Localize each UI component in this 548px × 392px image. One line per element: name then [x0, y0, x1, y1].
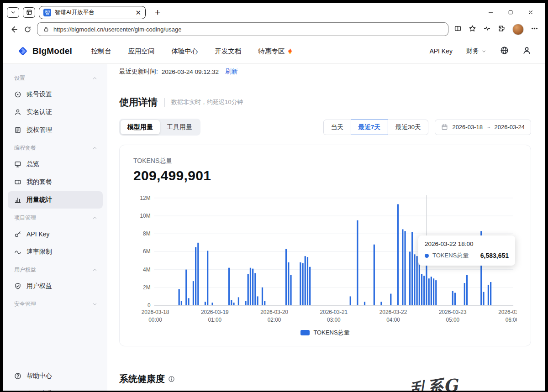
- tab-title: 智谱AI开放平台: [55, 9, 132, 16]
- svg-text:2026-03-2305:00: 2026-03-2305:00: [439, 309, 467, 323]
- site-favicon: 智: [43, 9, 51, 16]
- svg-text:10M: 10M: [140, 213, 151, 219]
- tokens-total-label: TOKENS总量: [133, 157, 517, 165]
- svg-text:2026-03-2204:00: 2026-03-2204:00: [379, 309, 407, 323]
- favorite-button[interactable]: [469, 25, 476, 34]
- overview-icon: [14, 161, 21, 168]
- split-screen-button[interactable]: [454, 25, 462, 34]
- globe-icon: [500, 46, 509, 55]
- identity-icon: [14, 109, 21, 116]
- authorization-icon: [14, 126, 21, 134]
- svg-text:4M: 4M: [143, 267, 150, 273]
- settings-menu-button[interactable]: [531, 25, 538, 34]
- chart-area[interactable]: 02M4M6M8M10M12M2026-03-1800:002026-03-19…: [133, 192, 517, 327]
- sidebar-item-my-plan[interactable]: 我的套餐: [8, 173, 103, 191]
- benefits-shield-icon: [14, 282, 21, 290]
- date-range-picker[interactable]: 2026-03-18 ~ 2026-03-24: [435, 120, 531, 135]
- browser-window: 智 智谱AI开放平台 ✕ + https://bigmodel.cn/userc…: [3, 3, 545, 391]
- sidebar-item-help-center[interactable]: 帮助中心: [8, 367, 103, 385]
- site-header: BigModel 控制台 应用空间 体验中心 开发文档 特惠专区 API Key…: [3, 39, 545, 64]
- brand-logo[interactable]: BigModel: [17, 45, 72, 57]
- nav-promotions[interactable]: 特惠专区: [258, 47, 293, 56]
- user-icon: [522, 46, 531, 55]
- title-divider: [164, 98, 165, 107]
- top-navigation: 控制台 应用空间 体验中心 开发文档 特惠专区: [91, 47, 293, 56]
- heart-pulse-icon: [483, 25, 491, 32]
- flame-icon: [287, 47, 293, 55]
- svg-text:6M: 6M: [143, 248, 150, 255]
- tab-close-icon[interactable]: ✕: [135, 9, 141, 16]
- back-arrow-icon: [10, 25, 18, 34]
- sidebar-group-coding-plan[interactable]: 编程套餐: [3, 139, 107, 155]
- new-tab-button[interactable]: +: [155, 7, 160, 18]
- range-30days-button[interactable]: 最近30天: [388, 120, 429, 135]
- svg-text:12M: 12M: [140, 195, 151, 201]
- rate-wave-icon: [14, 248, 21, 256]
- sidebar-item-usage-statistics[interactable]: 用量统计: [8, 191, 103, 209]
- date-range-buttons: 当天 最近7天 最近30天: [323, 120, 429, 135]
- tab-search-button[interactable]: [7, 7, 19, 18]
- sidebar-group-settings[interactable]: 设置: [3, 69, 107, 85]
- address-bar[interactable]: https://bigmodel.cn/usercenter/glm-codin…: [37, 22, 448, 36]
- range-today-button[interactable]: 当天: [323, 120, 351, 135]
- sidebar-item-api-key[interactable]: API Key: [8, 225, 103, 243]
- browser-essentials-button[interactable]: [483, 25, 491, 34]
- tokens-total-value: 209,499,901: [133, 168, 517, 183]
- browser-titlebar: 智 智谱AI开放平台 ✕ +: [3, 3, 545, 20]
- svg-text:0: 0: [148, 302, 151, 308]
- svg-text:2026-03-2406:00: 2026-03-2406:00: [498, 309, 517, 323]
- nav-app-space[interactable]: 应用空间: [128, 47, 155, 56]
- key-icon: [14, 230, 21, 238]
- close-window-button[interactable]: [521, 6, 540, 19]
- nav-experience-center[interactable]: 体验中心: [172, 47, 198, 56]
- sidebar-group-security[interactable]: 安全管理: [3, 295, 107, 311]
- svg-text:2M: 2M: [143, 284, 150, 291]
- tooltip-series-label: TOKENS总量: [432, 251, 469, 260]
- browser-tab[interactable]: 智 智谱AI开放平台 ✕: [39, 6, 146, 19]
- svg-text:2026-03-1800:00: 2026-03-1800:00: [142, 309, 169, 323]
- tooltip-title: 2026-03-22 18:00: [425, 240, 509, 247]
- sidebar-item-authorization[interactable]: 授权管理: [8, 121, 103, 139]
- api-key-link[interactable]: API Key: [429, 47, 453, 55]
- sidebar-group-user-benefits[interactable]: 用户权益: [3, 261, 107, 277]
- page-title: 使用详情: [119, 96, 158, 109]
- more-dots-icon: [531, 25, 538, 32]
- minimize-button[interactable]: [481, 6, 500, 19]
- sidebar-item-rate-limit[interactable]: 速率限制: [8, 243, 103, 261]
- maximize-button[interactable]: [501, 6, 520, 19]
- tokens-usage-card: TOKENS总量 209,499,901 02M4M6M8M10M12M2026…: [119, 145, 531, 346]
- svg-text:8M: 8M: [143, 230, 150, 237]
- assistant-icon: [14, 390, 21, 391]
- chart-tooltip: 2026-03-22 18:00 TOKENS总量 6,583,651: [418, 235, 515, 266]
- sidebar-group-project-management[interactable]: 项目管理: [3, 209, 107, 225]
- sidebar-item-user-benefits[interactable]: 用户权益: [8, 277, 103, 295]
- sidebar-item-identity-verification[interactable]: 实名认证: [8, 104, 103, 121]
- chevron-up-icon: [92, 267, 97, 272]
- info-icon[interactable]: [168, 376, 175, 382]
- nav-console[interactable]: 控制台: [91, 47, 111, 56]
- star-icon: [469, 25, 476, 32]
- language-button[interactable]: [500, 46, 509, 56]
- refresh-link[interactable]: 刷新: [225, 68, 237, 76]
- sidebar-item-account-settings[interactable]: 账号设置: [8, 86, 103, 103]
- range-7days-button[interactable]: 最近7天: [351, 120, 388, 135]
- extensions-button[interactable]: [498, 25, 506, 34]
- profile-avatar[interactable]: [512, 24, 524, 35]
- chevron-down-icon: [481, 49, 486, 54]
- finance-menu[interactable]: 财务: [466, 47, 486, 55]
- refresh-button[interactable]: [24, 26, 32, 33]
- sidebar-item-assistant[interactable]: 小智助手: [8, 385, 103, 391]
- workspaces-icon: [26, 9, 32, 16]
- back-button[interactable]: [10, 25, 18, 34]
- workspaces-button[interactable]: [23, 7, 35, 18]
- chart-legend-item[interactable]: TOKENS总量: [133, 329, 517, 337]
- usage-chart-icon: [14, 196, 21, 204]
- legend-label: TOKENS总量: [313, 329, 349, 337]
- site-security-icon: [43, 26, 49, 32]
- tab-model-usage[interactable]: 模型用量: [121, 120, 160, 134]
- tab-tool-usage[interactable]: 工具用量: [160, 120, 199, 134]
- sidebar-item-overview[interactable]: 总览: [8, 156, 103, 173]
- account-button[interactable]: [522, 46, 531, 56]
- system-health-title: 系统健康度: [119, 373, 165, 385]
- nav-docs[interactable]: 开发文档: [215, 47, 242, 56]
